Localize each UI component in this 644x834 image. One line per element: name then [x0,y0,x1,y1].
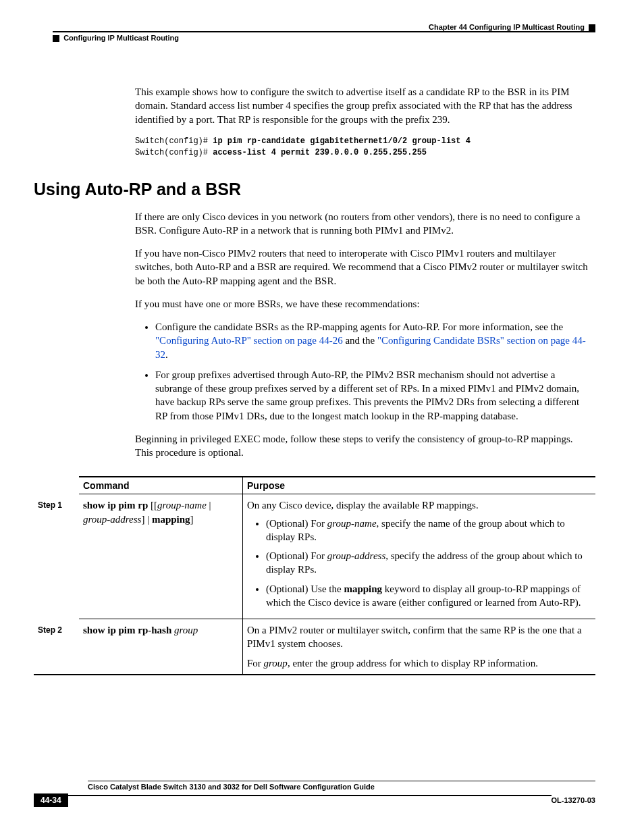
list-item: (Optional) For group-address, specify th… [266,549,591,577]
command-cell: show ip pim rp-hash group [79,619,243,675]
purpose-cell: On a PIMv2 router or multilayer switch, … [243,619,596,675]
list-item: Configure the candidate BSRs as the RP-m… [155,320,592,361]
list-item: (Optional) For group-name, specify the n… [266,517,591,544]
header-sub: Configuring IP Multicast Routing [53,34,595,42]
page-header: Chapter 44 Configuring IP Multicast Rout… [53,23,595,31]
command-cell: show ip pim rp [[group-name | group-addr… [79,494,243,619]
step-label: Step 2 [34,619,79,675]
th-command: Command [79,477,243,494]
header-box-icon [589,24,595,31]
header-rule [53,31,595,32]
para-2: If you have non-Cisco PIMv2 routers that… [135,246,592,288]
recommendation-list: Configure the candidate BSRs as the RP-m… [135,320,592,423]
code-example: Switch(config)# ip pim rp-candidate giga… [135,136,592,159]
para-4: Beginning in privileged EXEC mode, follo… [135,432,592,460]
footer-title: Cisco Catalyst Blade Switch 3130 and 303… [88,783,595,791]
step-label: Step 1 [34,494,79,619]
intro-paragraph: This example shows how to configure the … [135,85,592,126]
doc-number: OL-13270-03 [552,796,595,804]
th-purpose: Purpose [243,477,596,494]
para-3: If you must have one or more BSRs, we ha… [135,297,592,311]
table-row: Step 1 show ip pim rp [[group-name | gro… [34,494,595,619]
section-heading: Using Auto-RP and a BSR [34,180,595,199]
xref-link[interactable]: "Configuring Auto-RP" section on page 44… [155,335,343,346]
purpose-cell: On any Cisco device, display the availab… [243,494,596,619]
table-row: Step 2 show ip pim rp-hash group On a PI… [34,619,595,675]
procedure-table: Command Purpose Step 1 show ip pim rp [[… [34,476,595,675]
list-item: For group prefixes advertised through Au… [155,368,592,423]
th-step [34,477,79,494]
para-1: If there are only Cisco devices in you n… [135,210,592,238]
header-box-icon-left [53,35,59,42]
list-item: (Optional) Use the mapping keyword to di… [266,582,591,610]
header-right: Chapter 44 Configuring IP Multicast Rout… [429,23,595,31]
page-number: 44-34 [34,793,68,807]
header-section: Configuring IP Multicast Routing [53,34,179,42]
page-footer: Cisco Catalyst Blade Switch 3130 and 303… [34,781,595,807]
